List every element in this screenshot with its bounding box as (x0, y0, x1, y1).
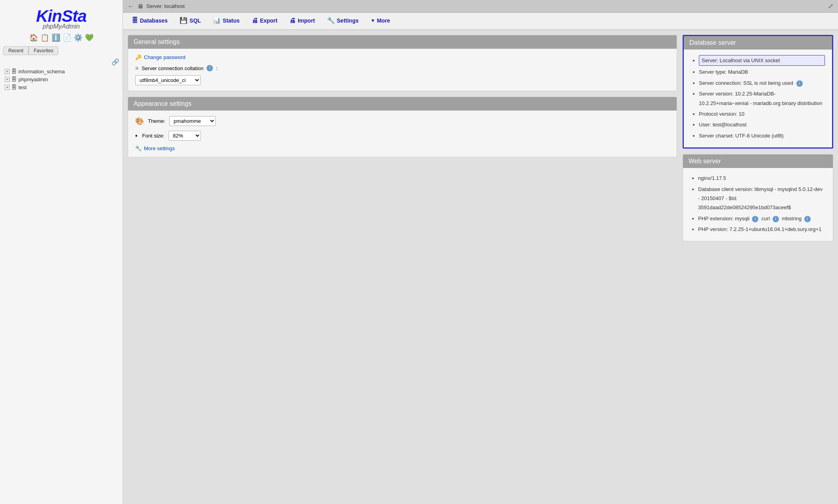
bookmark-icon[interactable]: 📋 (40, 33, 49, 42)
title-bar: ← 🖥 Server: localhost ⤢ (123, 0, 838, 13)
db-expand-plus[interactable]: + (5, 77, 10, 82)
db-name[interactable]: information_schema (18, 69, 65, 74)
appearance-settings-header: Appearance settings (128, 97, 677, 111)
collation-select[interactable]: utf8mb4_unicode_ci utf8_general_ci latin… (135, 75, 201, 85)
nav-settings-label: Settings (337, 17, 359, 24)
db-server-item-6: Server charset: UTF-8 Unicode (utf8) (699, 131, 825, 140)
tab-favorites[interactable]: Favorites (29, 46, 58, 55)
db-name[interactable]: phpmyadmin (18, 76, 48, 82)
info-icon[interactable]: ℹ️ (52, 33, 60, 42)
nav-status[interactable]: 📊 Status (207, 13, 245, 29)
nav-sql[interactable]: 💾 SQL (174, 13, 207, 29)
web-server-body: nginx/1.17.5 Database client version: li… (683, 168, 833, 241)
nav-more[interactable]: ▼ More (365, 13, 396, 29)
import-icon: 🖨 (289, 17, 296, 24)
general-settings-header: General settings (128, 35, 677, 49)
db-server-value-5: User: test@localhost (699, 122, 746, 128)
maximize-button[interactable]: ⤢ (828, 2, 833, 10)
export-icon: 🖨 (252, 17, 258, 24)
databases-icon: 🗄 (132, 17, 138, 24)
change-password-label: Change password (144, 54, 186, 60)
collation-select-wrapper: utf8mb4_unicode_ci utf8_general_ci latin… (135, 75, 670, 85)
web-server-item-2: PHP extension: mysqli i curl i mbstring … (698, 214, 826, 223)
db-server-item-4: Protocol version: 10 (699, 109, 825, 118)
database-server-header: Database server (684, 36, 832, 50)
nav-import-label: Import (298, 17, 315, 24)
web-server-value-0: nginx/1.17.5 (698, 175, 726, 181)
sidebar: KinSta phpMyAdmin 🏠 📋 ℹ️ 📄 ⚙️ 💚 Recent F… (0, 0, 123, 504)
sql-icon: 💾 (180, 17, 187, 24)
db-server-item-0: Server: Localhost via UNIX socket (699, 55, 825, 66)
link-icon: 🔗 (111, 58, 119, 66)
db-server-item-3: Server version: 10.2.25-MariaDB-10.2.25+… (699, 89, 825, 108)
back-button[interactable]: ← (128, 3, 134, 10)
nav-databases-label: Databases (140, 17, 168, 24)
nav-settings[interactable]: 🔧 Settings (321, 13, 364, 29)
status-icon: 📊 (213, 17, 221, 24)
page-icon[interactable]: 📄 (63, 33, 71, 42)
collation-label: Server connection collation (142, 65, 203, 71)
db-expand-plus[interactable]: + (5, 69, 10, 74)
web-server-item-0: nginx/1.17.5 (698, 174, 826, 183)
appearance-settings-body: 🎨 Theme: pmahomme original metro • Font … (128, 111, 677, 157)
theme-select[interactable]: pmahomme original metro (169, 116, 216, 126)
mbstring-info-icon[interactable]: i (804, 216, 811, 222)
db-server-value-2: Server connection: SSL is not being used (699, 80, 793, 86)
more-settings-link[interactable]: 🔧 More settings (135, 145, 670, 151)
ssl-info-icon[interactable]: i (796, 80, 803, 87)
nav-status-label: Status (223, 17, 240, 24)
home-icon[interactable]: 🏠 (29, 33, 38, 42)
nav-databases[interactable]: 🗄 Databases (126, 13, 173, 29)
collation-info-icon[interactable]: i (207, 65, 213, 71)
nav-export-label: Export (260, 17, 277, 24)
web-server-panel: Web server nginx/1.17.5 Database client … (683, 154, 833, 241)
change-password-link[interactable]: 🔑 Change password (135, 54, 670, 60)
green-icon[interactable]: 💚 (85, 33, 94, 42)
db-expand-plus[interactable]: + (5, 85, 10, 90)
db-server-value-3: Server version: 10.2.25-MariaDB-10.2.25+… (699, 91, 822, 106)
database-server-list: Server: Localhost via UNIX socket Server… (691, 55, 825, 140)
web-server-item-3: PHP version: 7.2.25-1+ubuntu16.04.1+deb.… (698, 225, 826, 234)
collation-row: ≡ Server connection collation i : (135, 65, 670, 71)
db-server-item-2: Server connection: SSL is not being used… (699, 78, 825, 88)
general-settings-body: 🔑 Change password ≡ Server connection co… (128, 49, 677, 91)
logo-area: KinSta phpMyAdmin 🏠 📋 ℹ️ 📄 ⚙️ 💚 (0, 4, 122, 46)
web-server-value-3: PHP version: 7.2.25-1+ubuntu16.04.1+deb.… (698, 226, 821, 232)
phpmyadmin-logo: phpMyAdmin (4, 23, 119, 30)
db-name[interactable]: test (18, 84, 27, 90)
gear-icon[interactable]: ⚙️ (74, 33, 82, 42)
more-dropdown-icon: ▼ (371, 18, 375, 23)
sidebar-tabs: Recent Favorites (0, 46, 122, 55)
database-server-title: Database server (689, 39, 736, 46)
right-column: Database server Server: Localhost via UN… (683, 35, 833, 499)
curl-info-icon[interactable]: i (773, 216, 779, 222)
tab-recent[interactable]: Recent (3, 46, 29, 55)
db-item-test[interactable]: + 🗄 test (3, 83, 119, 91)
db-server-value-4: Protocol version: 10 (699, 111, 744, 117)
db-item-information-schema[interactable]: + 🗄 information_schema (3, 67, 119, 75)
general-settings-title: General settings (134, 38, 180, 45)
list-icon: ≡ (135, 65, 138, 71)
appearance-settings-title: Appearance settings (134, 100, 191, 107)
db-list-header: 🔗 (3, 58, 119, 66)
db-server-value-6: Server charset: UTF-8 Unicode (utf8) (699, 133, 784, 139)
font-size-row: • Font size: 72% 82% 92% 100% (135, 131, 670, 141)
collation-colon: : (216, 65, 218, 71)
font-size-bullet: • (135, 132, 138, 139)
nav-export[interactable]: 🖨 Export (246, 13, 283, 29)
database-list: 🔗 + 🗄 information_schema + 🗄 phpmyadmin … (0, 58, 122, 91)
kinsta-logo: KinSta (4, 8, 119, 25)
database-server-body: Server: Localhost via UNIX socket Server… (684, 50, 832, 147)
content-area: General settings 🔑 Change password ≡ Ser… (123, 30, 838, 504)
logo-icons: 🏠 📋 ℹ️ 📄 ⚙️ 💚 (4, 33, 119, 42)
nav-sql-label: SQL (189, 17, 201, 24)
db-item-phpmyadmin[interactable]: + 🗄 phpmyadmin (3, 75, 119, 83)
font-size-select[interactable]: 72% 82% 92% 100% (168, 131, 201, 141)
wrench-icon: 🔧 (135, 145, 142, 151)
nav-more-label: More (377, 17, 390, 24)
appearance-settings-panel: Appearance settings 🎨 Theme: pmahomme or… (128, 97, 677, 157)
mysqli-info-icon[interactable]: i (752, 216, 758, 222)
web-server-curl: curl (761, 216, 770, 221)
settings-icon: 🔧 (327, 17, 335, 24)
nav-import[interactable]: 🖨 Import (284, 13, 321, 29)
